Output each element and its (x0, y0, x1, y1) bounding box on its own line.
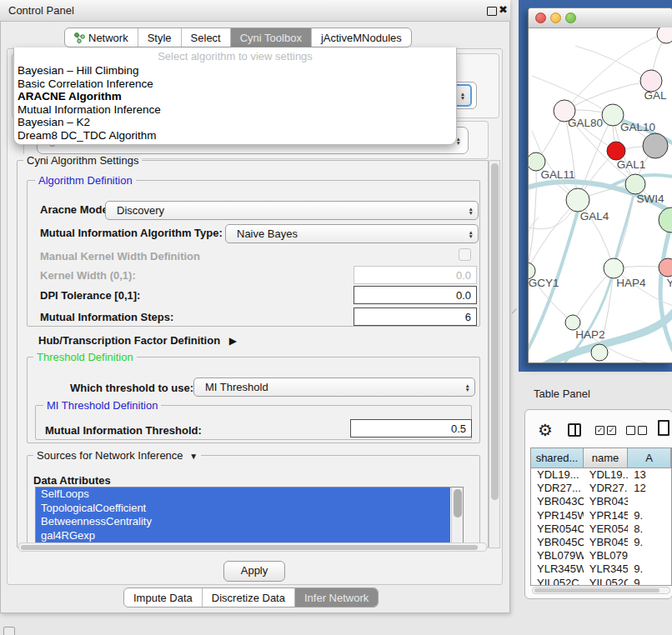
stepper-icon: ▲▼ (464, 207, 478, 215)
node-GAL1[interactable] (625, 174, 645, 194)
mi-algorithm-type-select[interactable]: Naive Bayes ▲▼ (225, 224, 479, 243)
dpi-tolerance-field[interactable]: 0.0 (354, 286, 477, 304)
settings-scrollbar[interactable] (489, 160, 500, 548)
tab-select[interactable]: Select (181, 28, 230, 47)
table-body: YDL19...YDL19...13YDR27...YDR27...12YBR0… (531, 468, 671, 586)
table-panel-title: Table Panel (534, 388, 590, 400)
collapse-arrow-icon: ▼ (189, 452, 198, 461)
node-gray[interactable] (643, 133, 668, 158)
column-header-name[interactable]: name (584, 448, 628, 468)
aracne-mode-select[interactable]: Discovery ▲▼ (105, 201, 479, 220)
table-hscrollbar-thumb[interactable] (534, 588, 659, 592)
hub-definition-label[interactable]: Hub/Transcription Factor Definition ▶ (38, 334, 237, 347)
node-label-GAL1: GAL1 (617, 158, 646, 171)
node-n-top[interactable] (657, 28, 672, 43)
gear-icon[interactable]: ⚙ (538, 420, 553, 440)
table-row[interactable]: YDR27...YDR27...12 (531, 482, 671, 495)
unselect-all-icon[interactable] (626, 426, 649, 438)
table-row[interactable]: YDL19...YDL19...13 (531, 468, 671, 482)
close-panel-icon[interactable]: ✖ (499, 3, 508, 16)
table-row[interactable]: YER054CYER054C8. (531, 522, 671, 536)
attribute-item[interactable]: gal4RGexp (36, 529, 450, 543)
tab-network[interactable]: Network (65, 28, 138, 47)
mi-algorithm-type-label: Mutual Information Algorithm Type: (40, 227, 223, 239)
node-label-Y: Y (666, 277, 672, 289)
network-icon (74, 32, 85, 43)
table-row[interactable]: YLR345WYLR345W9. (531, 562, 671, 576)
node-label-HAP2: HAP2 (575, 328, 604, 341)
control-panel-titlebar: Control Panel (0, 0, 510, 22)
data-attributes-list[interactable]: SelfLoopsTopologicalCoefficientBetweenne… (35, 487, 464, 543)
attribute-item[interactable]: SelfLoops (36, 488, 450, 502)
attribute-item[interactable]: BetweennessCentrality (36, 515, 450, 529)
tab-jactivemnodules[interactable]: jActiveMNodules (311, 28, 411, 47)
kernel-width-label: Kernel Width (0,1): (40, 269, 136, 282)
dock-panel-icon[interactable] (3, 627, 15, 635)
node-label-GAL: GAL (644, 89, 667, 102)
subtab-infer-network[interactable]: Infer Network (294, 588, 378, 607)
dropdown-item-aracne-algorithm[interactable]: ARACNE Algorithm (14, 90, 456, 103)
network-node-labels: GALGAL80GAL10GAL1GAL11SWI4GAL4GCY1HAP4YH… (529, 89, 672, 341)
which-threshold-select[interactable]: MI Threshold ▲▼ (193, 378, 475, 397)
table-row[interactable]: YBL079WYBL079W (531, 549, 671, 562)
node-label-HAP4: HAP4 (616, 277, 646, 289)
dropdown-item-basic-correlation-inference[interactable]: Basic Correlation Inference (14, 78, 456, 91)
manual-kernel-width-checkbox[interactable] (459, 248, 471, 261)
node-n-bot[interactable] (591, 344, 608, 361)
dropdown-item-bayesian-k2[interactable]: Bayesian – K2 (14, 116, 456, 129)
node-label-GAL4: GAL4 (580, 210, 609, 222)
node-red[interactable] (607, 142, 625, 160)
aracne-mode-label: Aracne Mode: (40, 203, 112, 216)
close-window-button[interactable] (535, 12, 546, 23)
mi-threshold-label: Mutual Information Threshold: (45, 424, 202, 437)
attributes-scrollbar-thumb[interactable] (454, 489, 462, 518)
minimize-window-button[interactable] (550, 12, 561, 23)
network-canvas[interactable]: GALGAL80GAL10GAL1GAL11SWI4GAL4GCY1HAP4YH… (529, 28, 672, 362)
settings-hscrollbar-thumb[interactable] (21, 545, 478, 550)
manual-kernel-width-label: Manual Kernel Width Definition (40, 250, 200, 262)
dropdown-item-mutual-information-inference[interactable]: Mutual Information Inference (14, 103, 456, 117)
table-row[interactable]: YIL052CYIL052C9 (531, 577, 671, 587)
zoom-window-button[interactable] (565, 12, 576, 23)
kernel-width-field[interactable]: 0.0 (354, 266, 477, 284)
mi-steps-field[interactable]: 6 (354, 308, 477, 326)
dropdown-item-bayesian-hill-climbing[interactable]: Bayesian – Hill Climbing (14, 64, 456, 78)
node-SWI4[interactable] (659, 208, 672, 232)
columns-icon[interactable] (568, 423, 581, 437)
edge-gal11-gcy1[interactable] (529, 162, 536, 271)
tab-style[interactable]: Style (138, 28, 181, 47)
node-label-GAL10: GAL10 (620, 121, 655, 133)
node-label-GAL11: GAL11 (540, 168, 574, 181)
threshold-definition-title: Threshold Definition (33, 351, 137, 363)
algorithm-dropdown: Select algorithm to view settings Bayesi… (13, 48, 457, 145)
table-row[interactable]: YPR145WYPR145W9. (531, 509, 671, 522)
settings-hscrollbar[interactable] (18, 542, 487, 552)
subtab-discretize-data[interactable]: Discretize Data (202, 588, 294, 607)
mi-threshold-field[interactable]: 0.5 (350, 419, 472, 438)
network-window-titlebar[interactable] (529, 8, 672, 28)
column-header-a[interactable]: A (628, 448, 671, 468)
network-view-window: GALGAL80GAL10GAL1GAL11SWI4GAL4GCY1HAP4YH… (528, 8, 672, 363)
panel-title: Control Panel (8, 4, 74, 17)
tab-cyni-toolbox[interactable]: Cyni Toolbox (230, 28, 311, 47)
settings-scrollbar-thumb[interactable] (491, 163, 499, 500)
table-row[interactable]: YBR043CYBR043C (531, 495, 671, 508)
data-attributes-label: Data Attributes (33, 474, 111, 487)
which-threshold-label: Which threshold to use: (70, 382, 193, 394)
node-GAL4[interactable] (566, 188, 589, 212)
subtab-impute-data[interactable]: Impute Data (124, 588, 202, 607)
sources-title[interactable]: Sources for Network Inference ▼ (33, 449, 201, 462)
select-all-icon[interactable]: ✓✓ (595, 426, 619, 438)
page-icon[interactable] (658, 420, 669, 436)
attributes-scrollbar[interactable] (451, 488, 463, 542)
table-hscrollbar[interactable] (532, 587, 670, 594)
mi-threshold-title: MI Threshold Definition (43, 399, 161, 412)
mi-steps-label: Mutual Information Steps: (40, 311, 173, 323)
dropdown-item-dream8-dc-tdc-algorithm[interactable]: Dream8 DC_TDC Algorithm (14, 129, 456, 142)
apply-button[interactable]: Apply (223, 561, 285, 582)
table-row[interactable]: YBR045CYBR045C9. (531, 536, 671, 549)
column-header-shared[interactable]: shared... (531, 448, 584, 468)
attribute-item[interactable]: TopologicalCoefficient (36, 502, 450, 516)
node-HAP4[interactable] (604, 258, 624, 278)
float-window-icon[interactable] (487, 7, 497, 16)
